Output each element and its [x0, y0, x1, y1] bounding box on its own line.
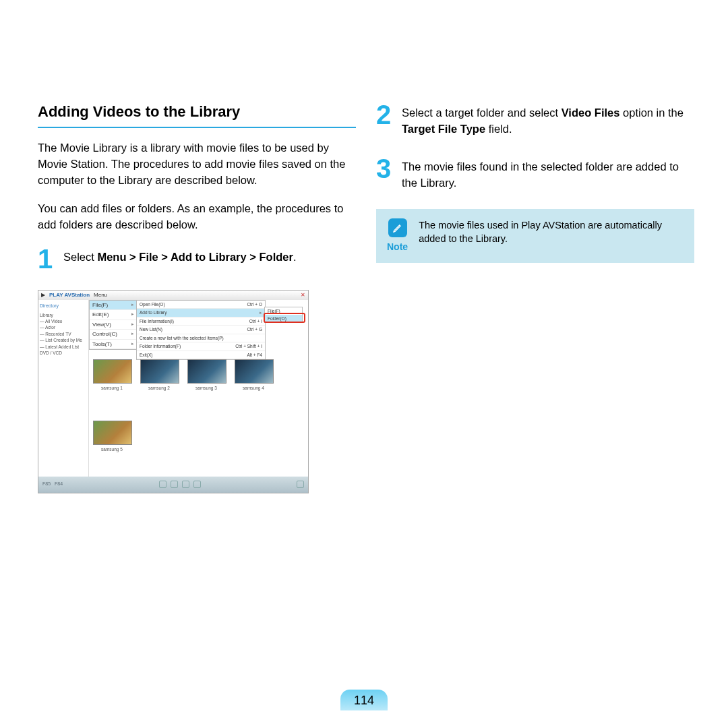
sidebar-item[interactable]: — List Created by Me	[40, 337, 87, 343]
file-menu[interactable]: File(F)▸ Edit(E)▸ View(V)▸ Control(C)▸ T…	[89, 300, 138, 351]
highlight-callout	[264, 313, 305, 323]
step-3: 3 The movie files found in the selected …	[376, 155, 694, 191]
video-thumb[interactable]: samsung 2	[140, 359, 178, 411]
close-icon[interactable]: ✕	[301, 291, 305, 299]
page-number: 114	[340, 690, 388, 710]
menu-item-file[interactable]: File(F)▸	[90, 301, 137, 311]
pencil-icon	[388, 218, 407, 237]
menu-item-view[interactable]: View(V)▸	[90, 320, 137, 330]
step-2: 2 Select a target folder and select Vide…	[376, 101, 694, 138]
video-thumb[interactable]: samsung 4	[235, 359, 272, 411]
sidebar-item[interactable]: Library	[40, 312, 87, 318]
submenu-add-to-library[interactable]: Add to Library▸	[137, 309, 265, 317]
note-box: Note The movie files used in Play AVStat…	[376, 209, 694, 263]
app-title: PLAY AVStation	[49, 291, 90, 299]
sidebar-item[interactable]: — Latest Added List	[40, 344, 87, 350]
volume-icon[interactable]	[297, 481, 304, 488]
submenu-open-file[interactable]: Open File(O)Ctrl + O	[137, 301, 265, 309]
key-hint: F84	[55, 481, 63, 487]
step-1: 1 Select Menu > File > Add to Library > …	[38, 245, 356, 272]
next-button[interactable]	[193, 481, 201, 488]
step-number: 3	[376, 155, 395, 182]
stop-button[interactable]	[182, 481, 189, 488]
page-number-wrap: 114	[0, 690, 728, 710]
window-titlebar: ▶ PLAY AVStation Menu ✕	[38, 291, 308, 301]
app-logo-icon: ▶	[41, 291, 45, 299]
step-text: The movie files found in the selected fo…	[402, 155, 694, 191]
key-hint: F85	[42, 481, 51, 487]
sidebar-item[interactable]: — Recorded TV	[40, 331, 87, 337]
video-thumb[interactable]: samsung 3	[187, 359, 225, 411]
sidebar-item[interactable]: — Actor	[40, 324, 87, 330]
sidebar-header: Directory	[40, 303, 87, 309]
step-number: 1	[38, 245, 57, 272]
sidebar-item[interactable]: — All Video	[40, 318, 87, 324]
menu-item-tools[interactable]: Tools(T)▸	[90, 340, 137, 350]
title-rule	[38, 127, 356, 128]
play-button[interactable]	[171, 481, 178, 488]
player-bar: F85 F84	[38, 477, 308, 493]
submenu-create-list[interactable]: Create a new list with the selected item…	[137, 334, 265, 342]
file-submenu[interactable]: Open File(O)Ctrl + O Add to Library▸ Fil…	[136, 300, 266, 361]
submenu-new-list[interactable]: New List(N)Ctrl + G	[137, 326, 265, 334]
submenu-folder-info[interactable]: Folder Information(F)Ctrl + Shift + I	[137, 342, 265, 351]
note-label: Note	[387, 218, 408, 253]
submenu-file-info[interactable]: File Information(I)Ctrl + I	[137, 317, 265, 326]
app-screenshot: ▶ PLAY AVStation Menu ✕ Directory Librar…	[38, 290, 309, 493]
menu-item-control[interactable]: Control(C)▸	[90, 330, 137, 340]
video-thumb[interactable]: samsung 5	[93, 421, 131, 473]
menu-item-edit[interactable]: Edit(E)▸	[90, 310, 137, 320]
content-area: File(F)▸ Edit(E)▸ View(V)▸ Control(C)▸ T…	[89, 300, 308, 477]
sidebar-item[interactable]: DVD / VCD	[40, 350, 87, 356]
prev-button[interactable]	[159, 481, 166, 488]
step-number: 2	[376, 101, 395, 128]
intro-para-2: You can add files or folders. As an exam…	[38, 201, 356, 233]
menu-label[interactable]: Menu	[94, 291, 107, 299]
step-text: Select Menu > File > Add to Library > Fo…	[63, 245, 297, 266]
thumbnail-grid: samsung 1 samsung 2 samsung 3 samsung 4 …	[89, 355, 308, 477]
section-title: Adding Videos to the Library	[38, 101, 356, 123]
video-thumb[interactable]: samsung 1	[93, 359, 131, 411]
intro-para-1: The Movie Library is a library with movi…	[38, 140, 356, 189]
step-text: Select a target folder and select Video …	[402, 101, 694, 138]
sidebar: Directory Library — All Video — Actor — …	[38, 300, 89, 477]
note-text: The movie files used in Play AVStation a…	[419, 218, 684, 246]
